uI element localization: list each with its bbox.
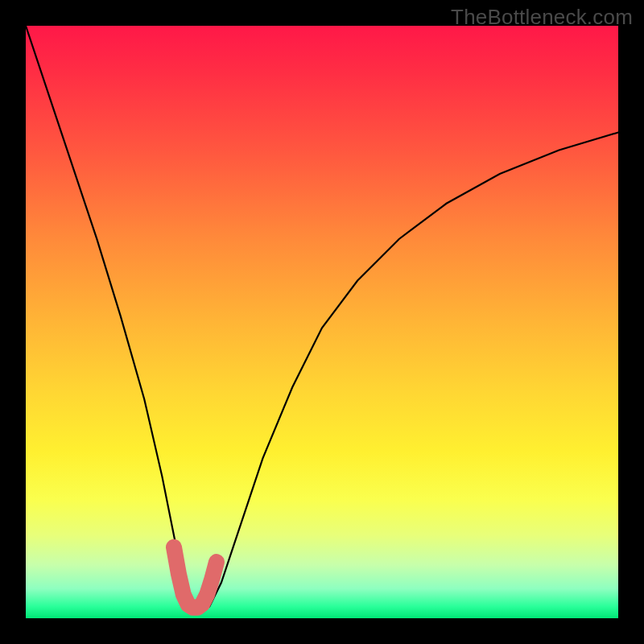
chart-svg [26,26,618,618]
plot-area [26,26,618,618]
highlight-segment [174,547,217,608]
curve-line [26,26,618,606]
chart-frame: TheBottleneck.com [0,0,644,644]
